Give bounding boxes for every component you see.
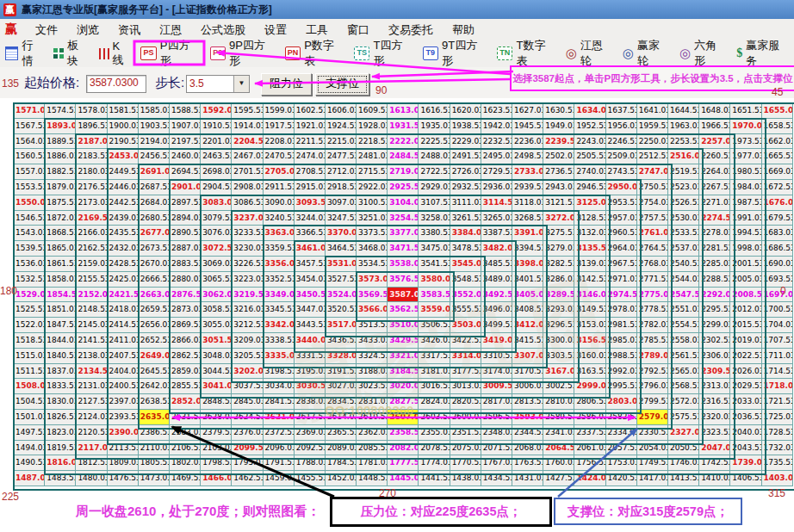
gann-cell: 2208.0300 [264,134,295,150]
gann-cell: 3184.5300 [388,364,419,380]
gann-cell: 2428.5300 [108,257,139,272]
gann-cell: 2978.0300 [606,302,637,318]
gann-cell: 2316.5300 [699,394,730,410]
gann-cell: 1658.5300 [762,119,793,134]
menu-item-0[interactable]: 文件 [26,23,67,36]
gann-cell: 1739.0300 [730,455,761,471]
menu-item-5[interactable]: 设置 [255,23,296,36]
gann-cell: 3538.0300 [388,257,419,272]
gann-cell: 2400.5300 [108,379,139,394]
toolbar-item-行情[interactable]: 行情 [0,38,48,69]
bottom-note: 周一收盘2610，处于270度；则对照图看： [76,504,319,520]
gann-cell: 2908.0300 [232,180,263,195]
gann-cell: 2768.0300 [637,257,668,272]
toolbar-item-P数字表[interactable]: PNP数字表 [280,38,349,69]
gann-cell: 2365.5300 [326,425,357,441]
menu-logo-icon: 赢 [5,22,17,37]
gann-cell: 1872.0300 [45,211,76,226]
toolbar-item-赢家服务[interactable]: $赢家服务 [731,38,794,69]
resistance-button[interactable]: 阻力位 [261,73,312,96]
gann-cell: 1455.5300 [295,471,326,486]
chevron-down-icon[interactable]: ▼ [233,76,249,92]
toolbar-item-K线[interactable]: K线 [94,40,135,68]
menu-item-2[interactable]: 资讯 [109,23,150,36]
gann-cell: 2754.0300 [637,195,668,211]
gann-cell: 1700.5300 [762,302,793,318]
gann-cell: 3356.0300 [264,257,295,272]
gann-cell: 1630.5300 [543,103,574,119]
gann-cell: 2789.0300 [637,349,668,364]
gann-cell: 2565.0300 [668,364,699,380]
toolbar-item-六角形[interactable]: ◎六角形 [674,38,731,69]
gann-cell: 1438.0300 [450,471,481,486]
gann-cell: 3450.5300 [295,288,326,303]
toolbar-item-江恩轮[interactable]: ◎江恩轮 [561,38,617,69]
gann-cell: 2498.5300 [512,149,543,164]
gann-cell: 1791.5300 [264,455,295,471]
gann-cell: 2215.0300 [326,134,357,150]
toolbar-item-label: T四方形 [373,38,412,69]
dollar-icon: $ [736,46,742,60]
gann-cell: 2827.5300 [388,394,419,410]
gann-cell: 2939.5300 [512,180,543,195]
gann-cell: 3209.0300 [232,333,263,349]
gann-cell: 3254.5300 [388,211,419,226]
gann-cell: 2236.0300 [512,134,543,150]
gann-cell: 1697.0300 [762,288,793,303]
gann-cell: 2971.0300 [606,272,637,288]
gann-cell: 2176.5300 [76,180,107,195]
support-annotation-box: 支撑位：对应315度2579点； [554,498,742,525]
gann-cell: 1907.0300 [170,119,201,134]
gann-cell: 2621.0300 [264,410,295,425]
toolbar-item-赢家轮[interactable]: ◎赢家轮 [617,38,674,69]
window-title: 赢家江恩专业版[赢家服务平台] - [上证指数价格正方形] [22,3,272,17]
gann-cell: 2638.5300 [139,394,170,410]
gann-cell: 2649.0300 [139,349,170,364]
gann-cell: 3576.5300 [388,272,419,288]
toolbar-item-板块[interactable]: 板块 [48,38,94,69]
gann-cell: 3205.5300 [232,349,263,364]
gann-cell: 2120.5300 [76,425,107,441]
menu-item-1[interactable]: 浏览 [67,23,109,36]
menu-item-9[interactable]: 帮助 [443,23,484,36]
toolbar-item-P四方形[interactable]: PSP四方形 [135,38,204,69]
menu-item-3[interactable]: 江恩 [150,23,191,36]
gann-cell: 1798.5300 [201,455,232,471]
toolbar-item-label: 板块 [67,38,89,69]
gann-cell: 3275.5300 [543,226,574,241]
gann-cell: 1515.0300 [14,349,45,364]
gann-cell: 3342.0300 [264,318,295,333]
gann-cell: 2075.0300 [450,441,481,456]
tn-badge-icon: TN [497,46,512,60]
gann-cell: 1924.5300 [326,119,357,134]
menu-item-7[interactable]: 窗口 [338,23,379,36]
support-button[interactable]: 支撑位 [315,73,369,96]
toolbar-item-T数字表[interactable]: TNT数字表 [492,38,561,69]
gann-cell: 2376.0300 [232,425,263,441]
gann-cell: 2113.5300 [108,441,139,456]
gann-cell: 3282.5300 [543,257,574,272]
menu-item-8[interactable]: 交易委托 [379,23,443,36]
gann-cell: 3454.0300 [295,272,326,288]
gann-cell: 3142.5300 [574,272,605,288]
gann-cell: 2572.0300 [668,394,699,410]
gann-cell: 2085.5300 [357,441,388,456]
gann-cell: 3471.5300 [388,241,419,257]
step-combobox[interactable]: 3.5 ▼ [186,75,250,93]
gann-cell: 2950.0300 [606,180,637,195]
gann-cell: 3562.5300 [388,302,419,318]
gann-cell: 3317.5300 [419,349,450,364]
gann-cell: 3387.5300 [481,226,512,241]
start-price-input[interactable]: 3587.0300 [86,75,146,93]
menu-item-4[interactable]: 公式选股 [191,23,255,36]
toolbar-item-9T四方形[interactable]: T99T四方形 [418,38,493,69]
gann-cell: 1536.0300 [14,257,45,272]
gann-cell: 2295.5300 [699,302,730,318]
gann-cell: 2407.5300 [108,349,139,364]
gann-cell: 1592.0300 [201,103,232,119]
toolbar-item-9P四方形[interactable]: P99P四方形 [205,38,280,69]
toolbar-item-T四方形[interactable]: TST四方形 [349,38,418,69]
gann-cell: 1889.5300 [45,134,76,150]
menu-item-6[interactable]: 工具 [296,23,338,36]
gann-cell: 2929.0300 [419,180,450,195]
